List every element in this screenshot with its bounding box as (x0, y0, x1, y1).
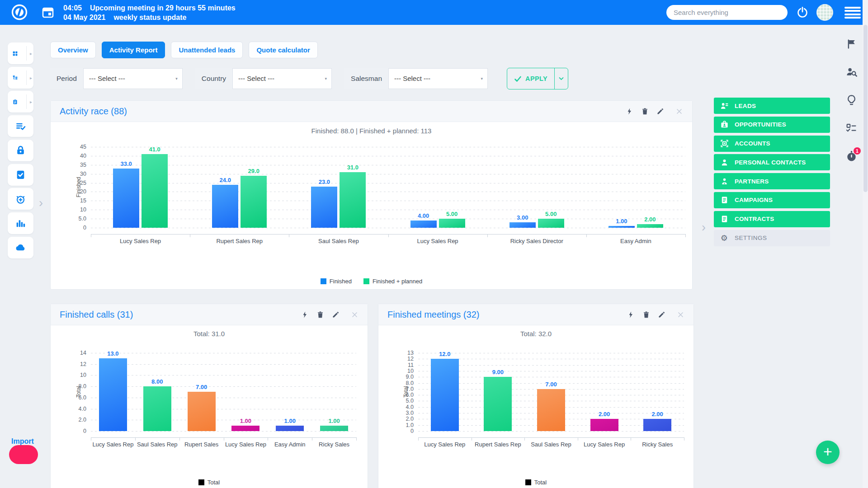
x-category-label: Saul Sales Rep (135, 441, 179, 448)
flag-icon[interactable] (845, 38, 858, 50)
avatar[interactable] (816, 4, 833, 21)
right-nav-label: CONTRACTS (735, 216, 774, 222)
y-tick-label: 6.0 (67, 394, 86, 401)
right-nav-campaigns[interactable]: CAMPAIGNS (714, 192, 830, 208)
chevron-down-icon: ▾ (481, 69, 483, 89)
list-check-icon (15, 121, 26, 132)
x-category-label: Lucy Sales Rep (91, 441, 135, 448)
x-axis-tick (91, 437, 91, 441)
opportunities-icon (714, 120, 735, 129)
chart-legend: FinishedFinished + planned (51, 278, 692, 285)
right-nav-accounts[interactable]: ACCOUNTS (714, 136, 830, 152)
lightbulb-icon[interactable] (845, 94, 858, 106)
x-category-label: Lucy Sales Rep (91, 238, 190, 244)
sidebar-item-list-check[interactable] (8, 115, 33, 137)
right-nav-leads[interactable]: LEADS (714, 98, 830, 114)
gridline (91, 386, 356, 387)
import-link[interactable]: Import (11, 437, 34, 446)
gridline (91, 353, 356, 353)
hierarchy-icon (12, 72, 24, 83)
y-tick-label: 8.0 (67, 383, 86, 389)
x-axis-tick (179, 437, 180, 441)
app-logo-icon[interactable] (11, 4, 28, 21)
finished-meetings-panel: Finished meetings (32) Total: 32.0 Total… (378, 304, 694, 488)
search-input[interactable] (666, 5, 788, 20)
cloud-icon (15, 242, 26, 253)
tab-unattended-leads[interactable]: Unattended leads (171, 42, 243, 58)
x-axis-tick (418, 437, 419, 441)
bar-value-label: 29.0 (239, 168, 268, 174)
right-nav-personal-contacts[interactable]: PERSONAL CONTACTS (714, 154, 830, 170)
calendar-icon[interactable] (42, 6, 54, 19)
gridline (91, 210, 685, 210)
sidebar-item-cloud[interactable] (8, 237, 33, 258)
y-tick-label: 10 (67, 372, 86, 378)
finished-calls-panel: Finished calls (31) Total: 31.0 Total141… (50, 304, 368, 488)
apply-button[interactable]: APPLY (507, 68, 568, 89)
sidebar-item-clipboard-check[interactable] (8, 164, 33, 186)
right-nav-expand-chevron[interactable]: › (702, 221, 706, 235)
right-nav-settings[interactable]: ⚙SETTINGS (714, 230, 830, 246)
tab-bar: OverviewActivity ReportUnattended leadsQ… (50, 42, 318, 58)
checklist-icon[interactable] (845, 122, 858, 134)
clipboard-check-icon (15, 169, 26, 180)
bar (439, 219, 465, 228)
person-search-icon[interactable] (845, 66, 858, 78)
right-nav-opportunities[interactable]: OPPORTUNITIES (714, 117, 830, 133)
gridline (91, 156, 685, 156)
y-tick-label: 14 (67, 350, 86, 356)
legend-item: Total (525, 479, 547, 486)
right-nav-contracts[interactable]: CONTRACTS (714, 211, 830, 227)
sidebar-item-timer-plus[interactable] (8, 188, 33, 210)
import-notification-pill[interactable] (9, 445, 38, 464)
x-axis-tick (487, 234, 488, 237)
power-icon[interactable] (796, 5, 809, 19)
sidebar-item-dashboard-grid[interactable]: ▸ (8, 42, 33, 64)
sidebar-item-clipboard[interactable]: ▸ (8, 91, 33, 113)
bar (188, 392, 216, 431)
legend-item: Finished (321, 278, 352, 285)
gridline (91, 165, 685, 165)
y-tick-label: 13 (395, 350, 414, 356)
sidebar-item-lock[interactable] (8, 140, 33, 161)
country-select[interactable]: --- Select ---▾ (232, 68, 332, 89)
bar (99, 358, 127, 431)
scrollbar-thumb[interactable] (863, 25, 868, 192)
y-tick-label: 35 (67, 162, 86, 168)
apply-dropdown-caret[interactable] (554, 68, 568, 89)
edge-toolbar: 1 (845, 38, 859, 178)
tab-overview[interactable]: Overview (50, 42, 96, 58)
bar (231, 426, 259, 431)
y-tick-label: 12 (395, 356, 414, 362)
tab-quote-calculator[interactable]: Quote calculator (249, 42, 317, 58)
sidebar-item-bar-chart[interactable] (8, 212, 33, 234)
bar-value-label: 1.00 (607, 218, 636, 225)
gridline (91, 364, 356, 365)
country-filter-label: Country (195, 68, 232, 89)
sidebar-item-hierarchy[interactable]: ▸ (8, 67, 33, 89)
salesman-select[interactable]: --- Select ---▾ (388, 68, 488, 89)
bar (484, 377, 512, 431)
add-fab-button[interactable]: + (816, 441, 840, 464)
sidebar-expand-chevron[interactable]: › (39, 196, 43, 210)
stopwatch-icon[interactable]: 1 (845, 150, 858, 162)
y-tick-label: 12 (67, 361, 86, 367)
menu-icon[interactable] (844, 7, 861, 19)
bar (637, 224, 663, 228)
y-tick-label: 10 (395, 368, 414, 374)
bar-value-label: 7.00 (187, 384, 216, 390)
check-icon (514, 75, 522, 83)
app-root: 04:05Upcoming meeting in 29 hours 55 min… (0, 0, 868, 488)
right-nav-partners[interactable]: PARTNERS (714, 173, 830, 189)
bar (643, 419, 671, 431)
y-tick-label: 2.0 (67, 417, 86, 423)
right-nav-label: ACCOUNTS (735, 140, 770, 147)
tab-activity-report[interactable]: Activity Report (102, 42, 165, 58)
x-axis-tick (578, 437, 578, 441)
bar-value-label: 5.00 (438, 211, 467, 217)
upcoming-meeting-banner[interactable]: 04:05Upcoming meeting in 29 hours 55 min… (63, 3, 236, 22)
gridline (91, 183, 685, 183)
y-tick-label: 5.0 (67, 216, 86, 222)
period-select[interactable]: --- Select ---▾ (83, 68, 183, 89)
finished-calls-chart: Total1412108.06.04.02.00Lucy Sales RepSa… (51, 304, 368, 488)
